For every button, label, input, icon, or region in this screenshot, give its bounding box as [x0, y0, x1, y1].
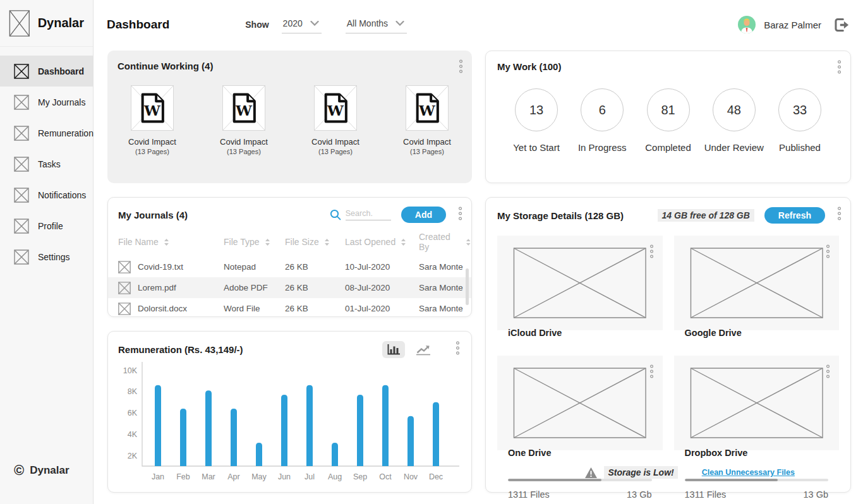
sidebar-item-my-journals[interactable]: My Journals	[0, 87, 93, 117]
document-pages: (13 Pages)	[306, 148, 365, 155]
tasks-icon	[14, 157, 29, 172]
drive-menu-button[interactable]	[648, 363, 655, 382]
drive-files: 1311 Files	[685, 489, 727, 500]
sidebar-item-label: Settings	[38, 252, 70, 262]
profile-icon	[14, 219, 29, 234]
sidebar-item-label: Profile	[38, 221, 63, 231]
stat-value: 13	[515, 88, 558, 131]
work-stats: 13 Yet to Start 6 In Progress 81 Complet…	[497, 72, 839, 153]
my-journals-menu-button[interactable]	[457, 205, 464, 224]
file-placeholder-icon	[118, 282, 131, 294]
document-pages: (13 Pages)	[123, 148, 181, 155]
sidebar-item-remuneration[interactable]: Remuneration	[0, 117, 93, 148]
logout-icon	[833, 16, 850, 33]
storage-card: My Storage Details (128 GB) 14 GB free o…	[485, 197, 851, 493]
file-type: Adobe PDF	[224, 283, 285, 292]
month-dropdown[interactable]: All Months	[346, 16, 407, 33]
storage-warning-text: Storage is Low!	[604, 466, 677, 479]
continue-working-card: Continue Working (4) W Covid Impact (13 …	[107, 51, 472, 183]
drive-menu-button[interactable]	[648, 243, 655, 262]
document-name: Covid Impact	[123, 137, 181, 147]
svg-text:W: W	[327, 102, 344, 119]
document-tile[interactable]: W Covid Impact (13 Pages)	[398, 85, 456, 155]
word-document-icon: W	[222, 85, 265, 131]
document-name: Covid Impact	[215, 137, 273, 147]
add-button[interactable]: Add	[401, 207, 446, 223]
stat-label: Yet to Start	[505, 142, 568, 153]
bar-chart-toggle-button[interactable]	[382, 341, 405, 358]
sidebar-item-profile[interactable]: Profile	[0, 210, 93, 241]
drive-tile-google[interactable]: Google Drive 1311 Files 13 Gb	[674, 236, 840, 330]
copyright-icon: ©	[14, 464, 24, 477]
my-work-menu-button[interactable]	[836, 59, 843, 78]
sidebar-item-label: Dashboard	[38, 66, 84, 76]
document-tile[interactable]: W Covid Impact (13 Pages)	[123, 85, 181, 155]
column-header-created-by[interactable]: Created By	[419, 232, 471, 252]
main-area: Dashboard Show 2020 All Months Baraz Pal…	[94, 0, 863, 504]
drive-usage-bar	[508, 479, 652, 481]
file-placeholder-icon	[118, 261, 131, 273]
footer-app-name: Dynalar	[30, 464, 69, 477]
file-size: 26 KB	[285, 262, 345, 272]
app-logo-placeholder-icon	[9, 9, 30, 37]
continue-working-menu-button[interactable]	[457, 58, 464, 77]
line-chart-toggle-button[interactable]	[411, 341, 435, 358]
stat-yet-to-start: 13 Yet to Start	[505, 88, 568, 153]
drive-menu-button[interactable]	[824, 243, 831, 262]
table-scrollbar[interactable]	[466, 268, 469, 305]
kebab-icon	[456, 341, 460, 355]
refresh-button[interactable]: Refresh	[764, 207, 825, 224]
last-opened: 10-Jul-2020	[345, 262, 419, 272]
logout-button[interactable]	[833, 16, 850, 33]
remuneration-title: Remuneration (Rs. 43,149/-)	[118, 344, 243, 355]
drive-placeholder-icon	[508, 365, 652, 441]
table-row[interactable]: Lorem.pdf Adobe PDF 26 KB 08-Jul-2020 Sa…	[108, 277, 471, 298]
user-menu[interactable]: Baraz Palmer	[738, 16, 821, 33]
search-input[interactable]	[346, 209, 391, 220]
svg-text:2K: 2K	[128, 452, 138, 460]
sidebar-item-settings[interactable]: Settings	[0, 241, 93, 272]
storage-menu-button[interactable]	[836, 205, 843, 224]
drive-placeholder-icon	[685, 365, 829, 441]
journals-table-header: File Name File Type File Size Last Opene…	[108, 232, 471, 256]
sidebar-item-notifications[interactable]: Notifications	[0, 179, 93, 210]
stat-value: 33	[778, 88, 821, 131]
drive-menu-button[interactable]	[824, 363, 831, 382]
avatar[interactable]	[738, 16, 756, 33]
stat-published: 33 Published	[768, 88, 831, 153]
column-header-file-size[interactable]: File Size	[285, 237, 345, 247]
drive-tile-onedrive[interactable]: One Drive 1311 Files 13 Gb	[497, 356, 663, 450]
year-dropdown[interactable]: 2020	[282, 16, 322, 33]
drive-tile-dropbox[interactable]: Dropbox Drive 1311 Files 13 Gb	[674, 356, 840, 450]
document-name: Covid Impact	[306, 137, 365, 147]
column-header-file-type[interactable]: File Type	[224, 237, 285, 247]
svg-text:Feb: Feb	[176, 472, 190, 481]
drive-tile-icloud[interactable]: iCloud Drive 1311 Files 13 Gb	[497, 236, 663, 330]
file-type: Word File	[224, 304, 285, 313]
column-header-last-opened[interactable]: Last Opened	[345, 237, 419, 247]
stat-completed: 81 Completed	[637, 88, 700, 153]
search-icon[interactable]	[330, 209, 341, 220]
kebab-icon	[649, 244, 654, 258]
clean-files-link[interactable]: Clean Unnecessary Files	[702, 468, 795, 477]
document-tile[interactable]: W Covid Impact (13 Pages)	[215, 85, 273, 155]
kebab-icon	[837, 207, 842, 220]
remuneration-card: Remuneration (Rs. 43,149/-) 2K4K6	[107, 331, 472, 493]
app-name: Dynalar	[38, 16, 84, 30]
kebab-icon	[459, 59, 463, 73]
stat-label: Published	[768, 142, 831, 153]
remuneration-chart: 2K4K6K8K10KJanFebMarAprMayJunJulAugSepOc…	[118, 360, 462, 485]
settings-icon	[14, 249, 29, 265]
sidebar-item-dashboard[interactable]: Dashboard	[0, 56, 93, 87]
drive-name: Google Drive	[685, 328, 829, 338]
remuneration-menu-button[interactable]	[454, 340, 461, 359]
sidebar-item-tasks[interactable]: Tasks	[0, 148, 93, 179]
table-row[interactable]: Covid-19.txt Notepad 26 KB 10-Jul-2020 S…	[108, 256, 471, 277]
warning-icon	[584, 467, 598, 479]
table-row[interactable]: Dolorsit.docx Word File 26 KB 01-Jul-202…	[108, 298, 471, 317]
user-name: Baraz Palmer	[764, 20, 821, 30]
created-by: Sara Monte	[419, 283, 471, 292]
document-tile[interactable]: W Covid Impact (13 Pages)	[306, 85, 365, 155]
file-name: Lorem.pdf	[138, 283, 176, 292]
column-header-file-name[interactable]: File Name	[118, 237, 224, 247]
